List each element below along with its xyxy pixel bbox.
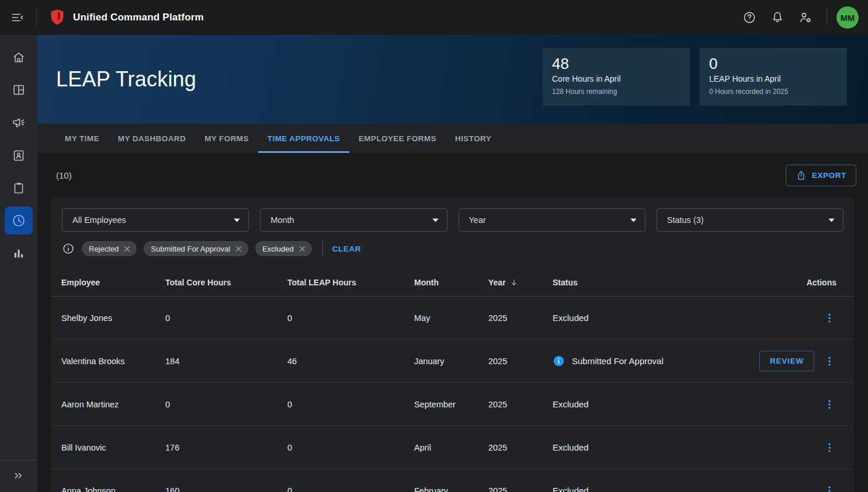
megaphone-icon — [12, 116, 26, 130]
status-text: Excluded — [553, 399, 589, 409]
shield-logo-icon — [50, 9, 65, 26]
column-header-status[interactable]: Status — [553, 278, 754, 287]
tab-history[interactable]: HISTORY — [446, 124, 501, 153]
cell-status: Excluded — [553, 442, 754, 452]
employees-filter-dropdown[interactable]: All Employees — [62, 208, 249, 232]
chevron-down-icon — [234, 218, 240, 222]
top-bar: Unified Command Platform — [0, 0, 868, 35]
table-body: Shelby Jones 0 0 May 2025 Excluded V — [51, 296, 854, 492]
tab-my-time[interactable]: MY TIME — [55, 124, 109, 153]
chevron-down-icon — [630, 218, 637, 222]
row-menu-kebab-icon[interactable] — [822, 483, 836, 492]
sidebar-item-reports[interactable] — [5, 239, 33, 267]
tab-employee-forms[interactable]: EMPLOYEE FORMS — [349, 124, 446, 153]
header-divider — [36, 9, 37, 26]
year-filter-dropdown[interactable]: Year — [459, 208, 645, 232]
row-menu-kebab-icon[interactable] — [822, 396, 836, 413]
filter-chip[interactable]: Rejected — [82, 241, 137, 256]
main-layout: LEAP Tracking 48 Core Hours in April 128… — [0, 35, 868, 492]
tab-time-approvals[interactable]: TIME APPROVALS — [258, 124, 349, 153]
result-count: (10) — [56, 170, 72, 180]
cell-total-core-hours: 0 — [165, 313, 287, 323]
stat-label: Core Hours in April — [552, 74, 680, 83]
help-icon[interactable] — [738, 6, 761, 29]
cell-year: 2025 — [488, 400, 553, 409]
chip-close-icon[interactable] — [234, 245, 243, 253]
clock-icon — [11, 213, 26, 228]
tab-my-forms[interactable]: MY FORMS — [195, 124, 258, 153]
sidebar-item-forms[interactable] — [5, 174, 33, 202]
stat-card-leap-hours: 0 LEAP Hours in April 0 Hours recorded i… — [700, 48, 847, 106]
cell-actions — [754, 396, 836, 413]
sidebar-item-contacts[interactable] — [5, 141, 33, 169]
sort-desc-icon — [509, 278, 519, 287]
status-filter-dropdown[interactable]: Status (3) — [657, 208, 843, 232]
sidebar-footer — [0, 460, 37, 492]
sidebar-item-home[interactable] — [5, 43, 33, 71]
notifications-bell-icon[interactable] — [766, 6, 789, 29]
active-filters-row: Rejected Submitted For Approval Excluded… — [62, 240, 843, 257]
user-settings-icon[interactable] — [794, 6, 817, 29]
cell-employee: Anna Johnson — [61, 486, 165, 492]
header-divider — [827, 9, 827, 26]
filter-chip[interactable]: Submitted For Approval — [144, 241, 248, 256]
cell-total-leap-hours: 0 — [287, 486, 414, 492]
column-header-year[interactable]: Year — [488, 278, 553, 287]
table-row: Bill Ivanovic 176 0 April 2025 Excluded — [51, 426, 854, 469]
column-header-total-core-hours[interactable]: Total Core Hours — [165, 278, 287, 287]
page-hero: LEAP Tracking 48 Core Hours in April 128… — [37, 35, 868, 124]
cell-total-core-hours: 176 — [165, 443, 287, 452]
cell-actions: REVIEW — [754, 351, 836, 371]
sidebar-item-dashboard[interactable] — [5, 76, 33, 104]
row-menu-kebab-icon[interactable] — [822, 310, 836, 326]
sidebar-item-time-tracking[interactable] — [5, 207, 33, 235]
cell-total-leap-hours: 0 — [287, 443, 414, 452]
content: LEAP Tracking 48 Core Hours in April 128… — [37, 35, 868, 492]
export-icon — [796, 170, 807, 181]
app-root: Unified Command Platform — [0, 0, 868, 492]
status-text: Submitted For Approval — [572, 356, 664, 366]
table-toolbar: (10) EXPORT — [37, 153, 868, 197]
cell-actions — [754, 439, 836, 456]
chip-close-icon[interactable] — [123, 245, 131, 253]
row-menu-kebab-icon[interactable] — [822, 353, 836, 369]
stat-card-core-hours: 48 Core Hours in April 128 Hours remaini… — [543, 48, 690, 106]
table-row: Shelby Jones 0 0 May 2025 Excluded — [51, 296, 854, 340]
row-menu-kebab-icon[interactable] — [822, 439, 836, 456]
sidebar-item-announcements[interactable] — [5, 109, 33, 137]
chip-close-icon[interactable] — [298, 245, 307, 253]
table-header-row: Employee Total Core Hours Total LEAP Hou… — [51, 268, 854, 296]
column-header-month[interactable]: Month — [414, 278, 488, 287]
sidebar-expand-icon[interactable] — [5, 465, 33, 486]
column-header-total-leap-hours[interactable]: Total LEAP Hours — [287, 278, 414, 287]
home-icon — [12, 50, 26, 64]
export-label: EXPORT — [812, 171, 846, 180]
cell-year: 2025 — [488, 443, 553, 452]
bar-chart-icon — [12, 246, 26, 260]
tab-my-dashboard[interactable]: MY DASHBOARD — [109, 124, 195, 153]
column-header-actions[interactable]: Actions — [754, 278, 836, 287]
clear-filters-button[interactable]: CLEAR — [330, 245, 364, 253]
month-filter-dropdown[interactable]: Month — [260, 208, 447, 232]
user-avatar[interactable]: MM — [836, 6, 859, 29]
status-text: Excluded — [553, 442, 589, 452]
cell-month: September — [414, 400, 488, 409]
filter-chip[interactable]: Excluded — [255, 241, 311, 256]
contact-badge-icon — [12, 148, 26, 162]
column-header-employee[interactable]: Employee — [61, 278, 165, 287]
sidebar-collapse-icon[interactable] — [6, 6, 29, 29]
stat-subtext: 0 Hours recorded in 2025 — [709, 88, 838, 96]
header-actions: MM — [738, 6, 868, 29]
review-button[interactable]: REVIEW — [759, 351, 814, 371]
export-button[interactable]: EXPORT — [786, 165, 856, 186]
cell-month: May — [414, 313, 488, 323]
cell-actions — [754, 483, 836, 492]
info-icon — [62, 242, 75, 255]
table-row: Anna Johnson 160 0 February 2025 Exclude… — [51, 469, 854, 492]
stat-value: 0 — [709, 54, 838, 74]
stat-value: 48 — [552, 54, 680, 74]
cell-month: January — [414, 357, 488, 366]
cell-total-leap-hours: 0 — [287, 400, 414, 409]
filter-chips: Rejected Submitted For Approval Excluded — [82, 241, 312, 256]
table-row: Aaron Martinez 0 0 September 2025 Exclud… — [51, 383, 854, 426]
